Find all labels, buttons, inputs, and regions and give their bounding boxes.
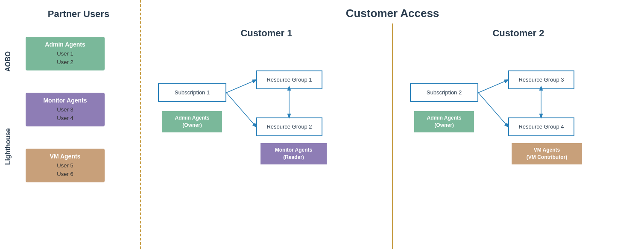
customer-1-section: Customer 1 Subscription 1 Admin Agents(O… (141, 23, 392, 249)
c2-admin-agents-box: Admin Agents(Owner) (414, 111, 474, 132)
vm-agents-user5: User 5 (33, 161, 97, 170)
aobo-label: AOBO (4, 51, 12, 72)
vm-agents-title: VM Agents (33, 153, 97, 160)
svg-line-1 (226, 93, 256, 127)
svg-line-4 (478, 93, 508, 127)
admin-agents-title: Admin Agents (33, 41, 97, 48)
customer-2-diagram: Subscription 2 Admin Agents(Owner) Resou… (401, 49, 635, 240)
subscription-1-box: Subscription 1 (158, 83, 226, 102)
admin-agents-user1: User 1 (33, 50, 97, 58)
monitor-agents-user4: User 4 (33, 114, 97, 123)
customer-1-diagram: Subscription 1 Admin Agents(Owner) Resou… (149, 49, 383, 240)
c1-admin-agents-box: Admin Agents(Owner) (162, 111, 222, 132)
c1-monitor-agents-box: Monitor Agents(Reader) (261, 143, 327, 164)
customers-row: Customer 1 Subscription 1 Admin Agents(O… (141, 23, 644, 249)
subscription-2-box: Subscription 2 (410, 83, 478, 102)
customer-1-title: Customer 1 (240, 28, 292, 39)
monitor-agents-title: Monitor Agents (33, 97, 97, 104)
svg-line-0 (226, 80, 256, 93)
customer-access-title: Customer Access (141, 0, 644, 23)
lighthouse-label: Lighthouse (4, 128, 12, 165)
partner-title: Partner Users (48, 9, 109, 20)
resource-group-2-box: Resource Group 2 (256, 117, 322, 136)
admin-agents-group: Admin Agents User 1 User 2 (26, 37, 105, 70)
vm-agents-user6: User 6 (33, 170, 97, 179)
admin-agents-user2: User 2 (33, 58, 97, 67)
monitor-agents-group: Monitor Agents User 3 User 4 (26, 93, 105, 126)
vm-agents-group: VM Agents User 5 User 6 (26, 149, 105, 182)
customer-2-title: Customer 2 (492, 28, 544, 39)
c2-vm-agents-box: VM Agents(VM Contributor) (512, 143, 582, 164)
partner-panel: Partner Users AOBO Lighthouse Admin Agen… (0, 0, 141, 249)
resource-group-4-box: Resource Group 4 (508, 117, 574, 136)
resource-group-1-box: Resource Group 1 (256, 70, 322, 89)
customer-access-panel: Customer Access Customer 1 Subscription … (141, 0, 644, 249)
monitor-agents-user3: User 3 (33, 105, 97, 114)
svg-line-3 (478, 80, 508, 93)
main-container: Partner Users AOBO Lighthouse Admin Agen… (0, 0, 644, 249)
resource-group-3-box: Resource Group 3 (508, 70, 574, 89)
customer-2-section: Customer 2 Subscription 2 Admin Agents(O… (393, 23, 644, 249)
